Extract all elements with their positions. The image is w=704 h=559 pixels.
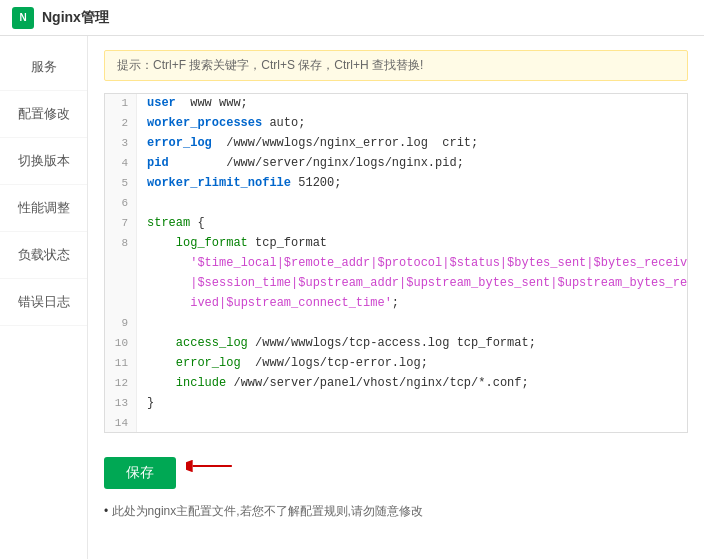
- line-content: user www www;: [137, 94, 248, 114]
- line-content: }: [137, 394, 154, 414]
- code-line-12: 12 include /www/server/panel/vhost/nginx…: [105, 374, 687, 394]
- sidebar-item-error[interactable]: 错误日志: [0, 279, 87, 326]
- line-number: 12: [105, 374, 137, 394]
- code-line-4: 4 pid /www/server/nginx/logs/nginx.pid;: [105, 154, 687, 174]
- line-number: 13: [105, 394, 137, 414]
- line-content: include /www/server/panel/vhost/nginx/tc…: [137, 374, 529, 394]
- sidebar-item-service[interactable]: 服务: [0, 44, 87, 91]
- line-number: 14: [105, 414, 137, 433]
- sidebar-item-load[interactable]: 负载状态: [0, 232, 87, 279]
- line-content: [137, 194, 154, 214]
- line-content: stream {: [137, 214, 205, 234]
- titlebar: N Nginx管理: [0, 0, 704, 36]
- line-content: [137, 314, 154, 334]
- code-line-8a: '$time_local|$remote_addr|$protocol|$sta…: [105, 254, 687, 274]
- line-number: 11: [105, 354, 137, 374]
- line-content: error_log /www/logs/tcp-error.log;: [137, 354, 428, 374]
- arrow-icon: [186, 456, 236, 476]
- main-layout: 服务 配置修改 切换版本 性能调整 负载状态 错误日志 提示：Ctrl+F 搜索…: [0, 36, 704, 559]
- line-number: 8: [105, 234, 137, 254]
- code-line-8c: ived|$upstream_connect_time';: [105, 294, 687, 314]
- line-number: 6: [105, 194, 137, 214]
- line-number: 1: [105, 94, 137, 114]
- line-content: error_log /www/wwwlogs/nginx_error.log c…: [137, 134, 478, 154]
- save-row: 保存: [104, 445, 688, 489]
- line-number: 2: [105, 114, 137, 134]
- code-line-8: 8 log_format tcp_format: [105, 234, 687, 254]
- hint-bar: 提示：Ctrl+F 搜索关键字，Ctrl+S 保存，Ctrl+H 查找替换!: [104, 50, 688, 81]
- footer-note: 此处为nginx主配置文件,若您不了解配置规则,请勿随意修改: [104, 503, 688, 520]
- save-button[interactable]: 保存: [104, 457, 176, 489]
- code-line-9: 9: [105, 314, 687, 334]
- line-content: log_format tcp_format: [137, 234, 327, 254]
- line-content: |$session_time|$upstream_addr|$upstream_…: [137, 274, 688, 294]
- line-content: access_log /www/wwwlogs/tcp-access.log t…: [137, 334, 536, 354]
- line-content: [137, 414, 154, 433]
- line-number: 9: [105, 314, 137, 334]
- code-line-13: 13 }: [105, 394, 687, 414]
- line-number: [105, 294, 137, 314]
- line-content: ived|$upstream_connect_time';: [137, 294, 399, 314]
- line-number: 3: [105, 134, 137, 154]
- code-line-3: 3 error_log /www/wwwlogs/nginx_error.log…: [105, 134, 687, 154]
- code-line-5: 5 worker_rlimit_nofile 51200;: [105, 174, 687, 194]
- code-line-14: 14: [105, 414, 687, 433]
- content-area: 提示：Ctrl+F 搜索关键字，Ctrl+S 保存，Ctrl+H 查找替换! 1…: [88, 36, 704, 559]
- sidebar-item-version[interactable]: 切换版本: [0, 138, 87, 185]
- line-content: '$time_local|$remote_addr|$protocol|$sta…: [137, 254, 688, 274]
- line-content: worker_processes auto;: [137, 114, 305, 134]
- line-number: 10: [105, 334, 137, 354]
- code-line-6: 6: [105, 194, 687, 214]
- line-content: pid /www/server/nginx/logs/nginx.pid;: [137, 154, 464, 174]
- code-line-8b: |$session_time|$upstream_addr|$upstream_…: [105, 274, 687, 294]
- line-number: [105, 274, 137, 294]
- app-logo: N: [12, 7, 34, 29]
- line-number: 4: [105, 154, 137, 174]
- sidebar-item-config[interactable]: 配置修改: [0, 91, 87, 138]
- code-line-10: 10 access_log /www/wwwlogs/tcp-access.lo…: [105, 334, 687, 354]
- sidebar-item-perf[interactable]: 性能调整: [0, 185, 87, 232]
- code-line-1: 1 user www www;: [105, 94, 687, 114]
- arrow-indicator: [186, 456, 236, 479]
- code-line-7: 7 stream {: [105, 214, 687, 234]
- line-number: 7: [105, 214, 137, 234]
- line-number: [105, 254, 137, 274]
- line-number: 5: [105, 174, 137, 194]
- app-title: Nginx管理: [42, 9, 109, 27]
- code-line-11: 11 error_log /www/logs/tcp-error.log;: [105, 354, 687, 374]
- code-editor[interactable]: 1 user www www; 2 worker_processes auto;…: [104, 93, 688, 433]
- line-content: worker_rlimit_nofile 51200;: [137, 174, 341, 194]
- code-line-2: 2 worker_processes auto;: [105, 114, 687, 134]
- sidebar: 服务 配置修改 切换版本 性能调整 负载状态 错误日志: [0, 36, 88, 559]
